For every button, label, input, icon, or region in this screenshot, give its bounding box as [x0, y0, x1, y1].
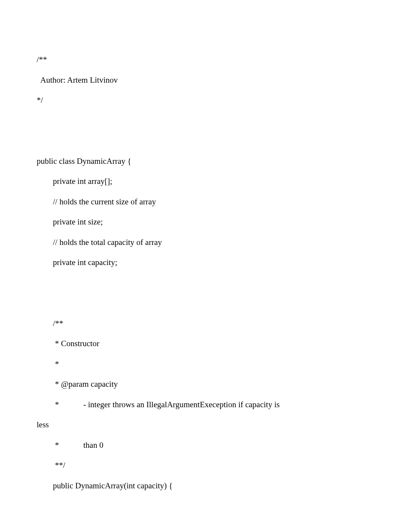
- code-line: less: [37, 420, 49, 429]
- document-page: /** Author: Artem Litvinov */ public cla…: [0, 0, 410, 532]
- code-line: // holds the current size of array: [37, 197, 156, 206]
- code-line: /**: [37, 55, 47, 64]
- code-line: * @param capacity: [37, 379, 118, 389]
- code-line: *: [37, 359, 59, 369]
- code-line: // holds the total capacity of array: [37, 238, 162, 247]
- code-line: private int size;: [37, 217, 103, 226]
- code-line: * than 0: [37, 440, 103, 450]
- code-line: private int array[];: [37, 177, 112, 186]
- code-line: **/: [37, 461, 65, 470]
- code-line: * Constructor: [37, 339, 99, 348]
- code-line: private int capacity;: [37, 258, 117, 267]
- code-line: Author: Artem Litvinov: [37, 75, 118, 85]
- code-line: public DynamicArray(int capacity) {: [37, 481, 173, 490]
- code-line: * - integer throws an IllegalArgumentExe…: [37, 400, 280, 409]
- code-line: /**: [37, 319, 63, 328]
- code-line: */: [37, 95, 43, 105]
- code-line: public class DynamicArray {: [37, 156, 131, 166]
